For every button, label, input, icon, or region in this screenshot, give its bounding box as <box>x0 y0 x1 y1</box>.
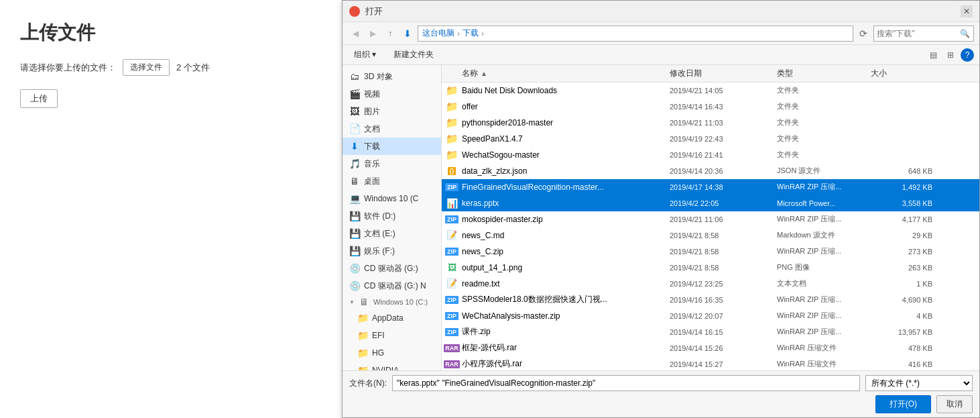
search-button[interactable]: 🔍 <box>960 29 970 38</box>
table-row[interactable]: {} data_zlk_zlzx.json 2019/4/14 20:36 JS… <box>442 163 979 179</box>
filename-input[interactable] <box>392 375 860 391</box>
file-icon: ZIP <box>442 296 462 304</box>
column-header-name[interactable]: 名称 ▲ <box>442 68 670 79</box>
file-date: 2019/4/2 22:05 <box>670 199 777 207</box>
sidebar-item-drive-d[interactable]: 💾 软件 (D:) <box>343 207 441 225</box>
filetype-select[interactable]: 所有文件 (*.*) <box>865 375 973 391</box>
help-button[interactable]: ? <box>961 48 974 62</box>
sidebar-item-appdata[interactable]: 📁 AppData <box>343 309 441 327</box>
file-type: 文本文档 <box>777 278 871 289</box>
file-icon: 📁 <box>442 133 462 145</box>
sidebar-item-hg[interactable]: 📁 HG <box>343 344 441 362</box>
sidebar-label-win10c: Windows 10 (C <box>364 194 418 203</box>
grid-view-button[interactable]: ⊞ <box>943 48 958 62</box>
win10c-icon: 💻 <box>349 193 360 204</box>
back-button[interactable]: ◀ <box>348 26 363 41</box>
appdata-folder-icon: 📁 <box>357 313 368 323</box>
down-button[interactable]: ⬇ <box>400 26 415 41</box>
file-name: keras.pptx <box>462 199 670 208</box>
sidebar-item-win10c[interactable]: 💻 Windows 10 (C <box>343 190 441 207</box>
column-header-type[interactable]: 类型 <box>777 68 871 79</box>
sidebar-item-efi[interactable]: 📁 EFI <box>343 327 441 344</box>
table-row[interactable]: 📁 WechatSogou-master 2019/4/16 21:41 文件夹 <box>442 147 979 163</box>
table-row[interactable]: 🖼 output_14_1.png 2019/4/21 8:58 PNG 图像 … <box>442 260 979 276</box>
path-sep-2: › <box>481 29 484 38</box>
sidebar-item-video[interactable]: 🎬 视频 <box>343 85 441 103</box>
sidebar-item-drive-g[interactable]: 💿 CD 驱动器 (G:) <box>343 260 441 277</box>
file-size: 478 KB <box>871 344 938 352</box>
forward-button[interactable]: ▶ <box>365 26 380 41</box>
dialog-bottom: 文件名(N): 所有文件 (*.*) 打开(O) 取消 <box>343 370 979 417</box>
file-icon: 📝 <box>442 230 462 240</box>
path-segment-computer[interactable]: 这台电脑 <box>422 28 454 39</box>
table-row[interactable]: ZIP news_C.zip 2019/4/21 8:58 WinRAR ZIP… <box>442 244 979 260</box>
table-row[interactable]: 📝 readme.txt 2019/4/12 23:25 文本文档 1 KB <box>442 276 979 292</box>
drive-d-icon: 💾 <box>349 211 360 221</box>
table-row[interactable]: RAR 框架-源代码.rar 2019/4/14 15:26 WinRAR 压缩… <box>442 340 979 356</box>
file-date: 2019/4/12 23:25 <box>670 280 777 288</box>
view-buttons: ▤ ⊞ ? <box>926 48 974 62</box>
file-type: WinRAR ZIP 压缩... <box>777 214 871 224</box>
cancel-button[interactable]: 取消 <box>936 395 973 413</box>
file-date: 2019/4/14 16:43 <box>670 103 777 111</box>
sidebar-item-music[interactable]: 🎵 音乐 <box>343 155 441 172</box>
file-type: PNG 图像 <box>777 262 871 272</box>
path-segment-downloads[interactable]: 下载 <box>463 28 479 39</box>
file-type: Microsoft Power... <box>777 199 871 207</box>
table-row[interactable]: RAR 小程序源代码.rar 2019/4/14 15:27 WinRAR 压缩… <box>442 356 979 370</box>
new-folder-button[interactable]: 新建文件夹 <box>387 47 440 62</box>
file-name: data_zlk_zlzx.json <box>462 166 670 176</box>
dialog-close-button[interactable]: ✕ <box>961 5 973 17</box>
file-list: 名称 ▲ 修改日期 类型 大小 📁 Baidu Net Disk Downloa… <box>442 65 979 370</box>
video-icon: 🎬 <box>349 89 360 99</box>
table-row[interactable]: 📝 news_C.md 2019/4/21 8:58 Markdown 源文件 … <box>442 227 979 244</box>
dialog-nav-toolbar: ◀ ▶ ↑ ⬇ 这台电脑 › 下载 › ⟳ 🔍 <box>343 22 979 45</box>
svg-point-0 <box>352 9 357 14</box>
table-row[interactable]: ZIP WeChatAnalysis-master.zip 2019/4/12 … <box>442 308 979 324</box>
list-view-button[interactable]: ▤ <box>926 48 940 62</box>
open-button[interactable]: 打开(O) <box>875 395 931 413</box>
organize-button[interactable]: 组织 ▾ <box>348 47 382 62</box>
file-icon: RAR <box>442 360 462 368</box>
column-header-size[interactable]: 大小 <box>871 68 938 79</box>
sidebar-item-nvidia[interactable]: 📁 NVIDIA <box>343 362 441 370</box>
file-date: 2019/4/21 11:06 <box>670 215 777 223</box>
sidebar-item-doc[interactable]: 📄 文档 <box>343 120 441 138</box>
table-row[interactable]: 📊 keras.pptx 2019/4/2 22:05 Microsoft Po… <box>442 195 979 211</box>
upload-button[interactable]: 上传 <box>20 89 58 108</box>
sidebar-label-3d: 3D 对象 <box>364 71 393 83</box>
sidebar-label-drive-d: 软件 (D:) <box>364 211 395 222</box>
sidebar-item-drive-gn[interactable]: 💿 CD 驱动器 (G:) N <box>343 277 441 295</box>
sidebar-item-picture[interactable]: 🖼 图片 <box>343 103 441 120</box>
file-name: FineGrainedVisualRecognition-master... <box>462 182 670 192</box>
file-name: SPSSModeler18.0数据挖掘快速入门视... <box>462 294 670 305</box>
table-row[interactable]: 📁 SpeedPanX1.4.7 2019/4/19 22:43 文件夹 <box>442 131 979 147</box>
file-name: mokospider-master.zip <box>462 215 670 224</box>
up-button[interactable]: ↑ <box>383 26 397 41</box>
table-row[interactable]: ZIP FineGrainedVisualRecognition-master.… <box>442 179 979 195</box>
sidebar-item-desktop[interactable]: 🖥 桌面 <box>343 172 441 190</box>
sidebar-item-3d[interactable]: 🗂 3D 对象 <box>343 68 441 85</box>
file-icon: ZIP <box>442 312 462 320</box>
sidebar-item-download[interactable]: ⬇ 下载 <box>343 138 441 155</box>
sidebar-label-hg: HG <box>372 348 384 358</box>
table-row[interactable]: ZIP mokospider-master.zip 2019/4/21 11:0… <box>442 211 979 227</box>
desktop-icon: 🖥 <box>349 176 360 187</box>
picture-icon: 🖼 <box>349 106 360 117</box>
sidebar-item-drive-f[interactable]: 💾 娱乐 (F:) <box>343 242 441 260</box>
file-size: 416 KB <box>871 360 938 368</box>
table-row[interactable]: ZIP 课件.zip 2019/4/14 16:15 WinRAR ZIP 压缩… <box>442 324 979 340</box>
refresh-button[interactable]: ⟳ <box>856 26 871 41</box>
column-header-date[interactable]: 修改日期 <box>670 68 777 79</box>
search-input[interactable] <box>877 29 957 38</box>
table-row[interactable]: 📁 Baidu Net Disk Downloads 2019/4/21 14:… <box>442 83 979 99</box>
table-row[interactable]: 📁 offer 2019/4/14 16:43 文件夹 <box>442 99 979 115</box>
table-row[interactable]: ZIP SPSSModeler18.0数据挖掘快速入门视... 2019/4/1… <box>442 292 979 308</box>
efi-folder-icon: 📁 <box>357 330 368 341</box>
select-file-button[interactable]: 选择文件 <box>123 59 170 76</box>
file-name: pythonspider2018-master <box>462 118 670 127</box>
file-size: 1 KB <box>871 280 938 288</box>
sidebar-item-drive-e[interactable]: 💾 文档 (E:) <box>343 225 441 242</box>
table-row[interactable]: 📁 pythonspider2018-master 2019/4/21 11:0… <box>442 115 979 131</box>
path-bar: 这台电脑 › 下载 › <box>418 25 853 42</box>
